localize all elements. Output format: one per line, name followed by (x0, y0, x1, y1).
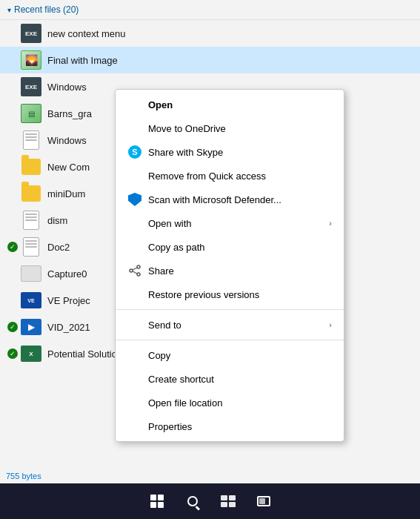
menu-icon-open (127, 97, 142, 112)
file-name-f4: Barns_gra (47, 108, 92, 119)
menu-item-skype[interactable]: SShare with Skype (116, 140, 344, 164)
other-icon (256, 495, 271, 507)
menu-arrow-open-with: › (329, 219, 332, 228)
svg-rect-10 (259, 498, 265, 504)
menu-label-open: Open (148, 99, 332, 110)
file-name-f2: Final with Image (47, 55, 118, 66)
svg-rect-8 (229, 502, 236, 507)
file-name-f1: new context menu (47, 28, 126, 39)
file-icon-exe: EXE (21, 76, 41, 97)
menu-label-restore: Restore previous versions (148, 289, 332, 300)
status-bar-size: 755 bytes (6, 472, 41, 480)
file-icon-img: 🌄 (21, 50, 41, 70)
other-button[interactable] (250, 488, 277, 515)
file-status-f13: ✓ (7, 348, 21, 359)
menu-item-properties[interactable]: Properties (116, 414, 344, 438)
taskbar (0, 483, 420, 519)
file-icon-folder (21, 156, 41, 177)
file-name-f6: New Com (47, 162, 90, 173)
menu-label-copy-path: Copy as path (148, 242, 332, 253)
menu-item-create-shortcut[interactable]: Create shortcut (116, 367, 344, 391)
menu-icon-open-with (127, 216, 142, 231)
file-icon-doc2 (21, 237, 41, 257)
menu-item-restore[interactable]: Restore previous versions (116, 282, 344, 306)
file-name-f9: Doc2 (47, 242, 70, 253)
menu-item-quick-access[interactable]: Remove from Quick access (116, 164, 344, 188)
menu-icon-onedrive (127, 121, 142, 136)
menu-icon-open-location (127, 395, 142, 410)
menu-icon-skype: S (127, 145, 142, 159)
menu-icon-copy-path (127, 239, 142, 254)
menu-item-onedrive[interactable]: Move to OneDrive (116, 116, 344, 140)
chevron-icon: ▾ (7, 6, 11, 14)
menu-divider (116, 309, 344, 310)
menu-arrow-send-to: › (329, 320, 332, 329)
menu-icon-send-to (127, 317, 142, 332)
file-icon-doc (21, 210, 41, 231)
menu-label-properties: Properties (148, 421, 332, 432)
file-name-f3: Windows (47, 82, 87, 93)
menu-divider (116, 340, 344, 340)
menu-label-open-location: Open file location (148, 397, 332, 409)
file-icon-folder (21, 183, 41, 204)
recent-header-label: Recent files (20) (14, 4, 79, 15)
file-item-f1[interactable]: EXEnew context menu (0, 20, 420, 47)
menu-icon-restore (127, 287, 142, 302)
task-view-button[interactable] (215, 488, 241, 515)
start-button[interactable] (144, 488, 170, 515)
menu-icon-defender (127, 192, 142, 207)
svg-line-3 (133, 268, 137, 270)
taskview-icon (221, 495, 236, 507)
menu-label-quick-access: Remove from Quick access (148, 171, 332, 182)
menu-item-copy-path[interactable]: Copy as path (116, 235, 344, 259)
svg-point-1 (130, 269, 133, 272)
file-name-f12: VID_2021 (47, 322, 90, 333)
file-name-f10: Capture0 (47, 268, 87, 280)
file-icon-vid: ▶ (21, 317, 41, 337)
svg-point-0 (137, 265, 140, 268)
context-menu: OpenMove to OneDriveSShare with SkypeRem… (115, 89, 344, 442)
svg-point-2 (137, 273, 140, 276)
recent-files-header[interactable]: ▾ Recent files (20) (0, 0, 420, 20)
file-status-f9: ✓ (7, 242, 21, 252)
menu-label-onedrive: Move to OneDrive (148, 123, 332, 134)
svg-rect-7 (221, 502, 227, 507)
menu-item-open[interactable]: Open (116, 93, 344, 116)
menu-label-share: Share (148, 265, 332, 277)
file-icon-img2: ▤ (21, 103, 41, 124)
file-icon-exe: EXE (21, 23, 41, 44)
menu-label-copy: Copy (148, 350, 332, 361)
file-item-f2[interactable]: 🌄Final with Image (0, 47, 420, 73)
menu-item-copy[interactable]: Copy (116, 343, 344, 367)
file-status-f12: ✓ (7, 322, 21, 332)
menu-label-create-shortcut: Create shortcut (148, 374, 332, 385)
menu-icon-properties (127, 419, 142, 434)
file-icon-capture (21, 263, 41, 284)
menu-label-defender: Scan with Microsoft Defender... (148, 194, 332, 205)
svg-line-4 (133, 271, 137, 274)
menu-icon-create-shortcut (127, 371, 142, 386)
search-button[interactable] (179, 488, 206, 515)
menu-item-open-location[interactable]: Open file location (116, 391, 344, 414)
file-icon-doc (21, 130, 41, 151)
file-icon-xls: X (21, 343, 41, 364)
menu-icon-quick-access (127, 168, 142, 183)
menu-icon-copy (127, 348, 142, 363)
file-name-f7: miniDum (47, 188, 85, 199)
windows-icon (150, 495, 164, 508)
file-icon-ve: VE (21, 290, 41, 311)
menu-label-send-to: Send to (148, 320, 329, 331)
search-icon (187, 496, 198, 506)
menu-label-skype: Share with Skype (148, 147, 332, 158)
file-name-f8: dism (47, 215, 67, 226)
menu-item-share[interactable]: Share (116, 259, 344, 282)
menu-item-open-with[interactable]: Open with› (116, 211, 344, 235)
menu-item-send-to[interactable]: Send to› (116, 313, 344, 337)
svg-rect-5 (221, 495, 227, 500)
menu-label-open-with: Open with (148, 218, 329, 229)
svg-rect-6 (229, 495, 236, 500)
file-name-f5: Windows (47, 135, 87, 146)
menu-icon-share (127, 263, 142, 278)
file-name-f11: VE Projec (47, 295, 90, 306)
menu-item-defender[interactable]: Scan with Microsoft Defender... (116, 188, 344, 211)
